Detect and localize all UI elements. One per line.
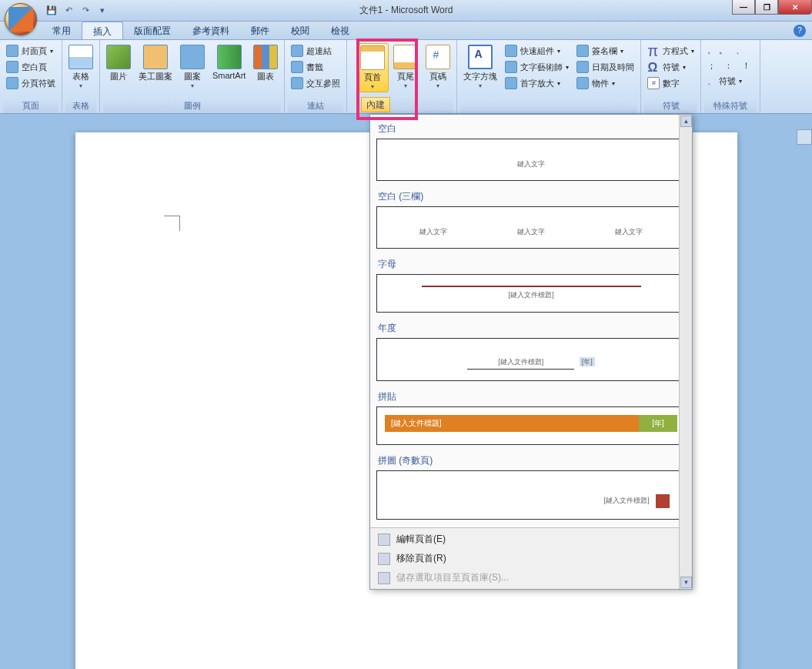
chart-label: 圖表	[257, 71, 274, 82]
signature-button[interactable]: 簽名欄▾	[573, 43, 637, 59]
ribbon-tabs: 常用 插入 版面配置 參考資料 郵件 校閱 檢視 ?	[0, 22, 812, 40]
save-gallery-button: 儲存選取項目至頁首庫(S)...	[370, 568, 692, 587]
edit-icon	[378, 534, 390, 546]
gallery-scroll-area[interactable]: 空白 鍵入文字 空白 (三欄) 鍵入文字 鍵入文字 鍵入文字 字母 [鍵入文件標…	[370, 115, 692, 527]
group-tables-label: 表格	[65, 99, 96, 113]
hyperlink-button[interactable]: 超連結	[288, 43, 335, 59]
clipart-button[interactable]: 美工圖案	[135, 43, 175, 84]
redo-icon[interactable]: ↷	[79, 4, 92, 18]
group-pages-label: 頁面	[3, 99, 58, 113]
bookmark-label: 書籤	[306, 62, 323, 73]
crossref-label: 交互參照	[306, 78, 340, 89]
header-button[interactable]: 頁首▾	[356, 43, 389, 92]
quickparts-button[interactable]: 快速組件▾	[502, 43, 572, 59]
gallery-section-year: 年度	[376, 317, 686, 338]
crossref-button[interactable]: 交互參照	[288, 75, 343, 91]
puzzle-title: [鍵入文件標題]	[603, 497, 649, 504]
office-button[interactable]	[5, 3, 37, 35]
shapes-button[interactable]: 圖案▾	[177, 43, 208, 91]
group-headerfooter: 頁首▾ 頁尾▾ 頁碼▾ 內建	[347, 40, 457, 113]
window-controls: — ❐ ✕	[732, 0, 812, 15]
side-toolbar-icon[interactable]	[797, 129, 812, 145]
gallery-item-blank3[interactable]: 鍵入文字 鍵入文字 鍵入文字	[376, 206, 686, 249]
ribbon: 封面頁▾ 空白頁 分頁符號 頁面 表格▾ 表格 圖片 美工圖案 圖案▾ Smar…	[0, 40, 812, 114]
group-tables: 表格▾ 表格	[62, 40, 100, 113]
gallery-section-puzzle: 拼圖 (奇數頁)	[376, 450, 686, 470]
dropcap-label: 首字放大	[520, 78, 554, 89]
symbol-button[interactable]: Ω符號▾	[644, 59, 689, 75]
table-label: 表格	[72, 71, 89, 82]
gallery-item-puzzle[interactable]: [鍵入文件標題]	[376, 470, 686, 520]
builtin-section-label: 內建	[361, 97, 390, 112]
tab-references[interactable]: 參考資料	[182, 22, 240, 39]
sym-more-label: 符號	[719, 75, 736, 87]
signature-label: 簽名欄	[592, 45, 617, 57]
group-special-label: 特殊符號	[704, 99, 756, 113]
save-icon[interactable]: 💾	[45, 4, 58, 18]
bookmark-button[interactable]: 書籤	[288, 59, 326, 75]
maximize-button[interactable]: ❐	[755, 0, 778, 15]
puzzle-badge	[656, 494, 670, 508]
dropcap-button[interactable]: 首字放大▾	[502, 75, 572, 91]
wordart-label: 文字藝術師	[520, 62, 563, 73]
gallery-section-alpha: 字母	[376, 253, 686, 274]
minimize-button[interactable]: —	[732, 0, 755, 15]
number-button[interactable]: #數字	[644, 75, 683, 91]
tab-view[interactable]: 檢視	[320, 22, 360, 39]
window-title: 文件1 - Microsoft Word	[359, 4, 453, 17]
textbox-button[interactable]: 文字方塊▾	[460, 43, 500, 91]
sym-more-button[interactable]: 、符號▾	[704, 74, 745, 89]
sym-row1[interactable]: , 。 、	[704, 43, 750, 58]
help-icon[interactable]: ?	[794, 25, 806, 37]
object-button[interactable]: 物件▾	[573, 75, 637, 91]
tab-layout[interactable]: 版面配置	[123, 22, 182, 39]
blank-page-button[interactable]: 空白頁	[3, 59, 50, 75]
tile-title: [鍵入文件標題]	[385, 415, 639, 432]
gallery-item-tile[interactable]: [鍵入文件標題] [年]	[376, 406, 686, 445]
tab-home[interactable]: 常用	[42, 22, 82, 39]
scroll-up-icon[interactable]: ▲	[680, 115, 692, 127]
quickparts-label: 快速組件	[520, 45, 554, 57]
smartart-label: SmartArt	[212, 71, 246, 80]
group-special-symbols: , 。 、 ； ： ！ 、符號▾ 特殊符號	[701, 40, 760, 113]
placeholder-text: 鍵入文字	[517, 160, 545, 168]
tab-review[interactable]: 校閱	[280, 22, 320, 39]
footer-button[interactable]: 頁尾▾	[390, 43, 421, 91]
pagenum-button[interactable]: 頁碼▾	[423, 43, 453, 91]
tile-year: [年]	[639, 415, 677, 432]
gallery-item-year[interactable]: [鍵入文件標題] [年]	[376, 338, 686, 381]
cover-page-label: 封面頁	[22, 45, 47, 57]
undo-icon[interactable]: ↶	[62, 4, 75, 18]
gallery-item-blank[interactable]: 鍵入文字	[376, 139, 686, 181]
sym-row2[interactable]: ； ： ！	[704, 59, 756, 73]
header-gallery-dropdown: 空白 鍵入文字 空白 (三欄) 鍵入文字 鍵入文字 鍵入文字 字母 [鍵入文件標…	[369, 114, 693, 590]
tab-insert[interactable]: 插入	[82, 22, 123, 39]
close-button[interactable]: ✕	[778, 0, 812, 15]
wordart-button[interactable]: 文字藝術師▾	[502, 59, 572, 75]
gallery-scrollbar[interactable]: ▲ ▼	[679, 115, 692, 589]
chart-button[interactable]: 圖表	[250, 43, 281, 84]
gallery-section-tile: 拼貼	[376, 386, 686, 406]
number-label: 數字	[663, 78, 680, 89]
group-text: 文字方塊▾ 快速組件▾ 文字藝術師▾ 首字放大▾ 簽名欄▾ 日期及時間 物件▾	[457, 40, 641, 113]
titlebar: 💾 ↶ ↷ ▾ 文件1 - Microsoft Word — ❐ ✕	[0, 0, 812, 22]
tab-mailings[interactable]: 郵件	[240, 22, 280, 39]
group-symbols-overflow-label: 符號	[644, 99, 697, 113]
datetime-button[interactable]: 日期及時間	[573, 59, 637, 75]
page-break-button[interactable]: 分頁符號	[3, 75, 58, 91]
placeholder-text: 鍵入文字	[615, 227, 643, 237]
cover-page-button[interactable]: 封面頁▾	[3, 43, 56, 59]
smartart-button[interactable]: SmartArt	[209, 43, 249, 82]
year-suffix: [年]	[580, 357, 595, 366]
remove-header-button[interactable]: 移除頁首(R)	[370, 549, 692, 568]
scroll-down-icon[interactable]: ▼	[680, 577, 692, 588]
gallery-footer: 編輯頁首(E) 移除頁首(R) 儲存選取項目至頁首庫(S)...	[370, 527, 692, 589]
equation-button[interactable]: π方程式▾	[644, 43, 697, 59]
gallery-item-alpha[interactable]: [鍵入文件標題]	[376, 274, 686, 313]
edit-header-button[interactable]: 編輯頁首(E)	[370, 530, 692, 549]
table-button[interactable]: 表格▾	[65, 43, 96, 91]
picture-button[interactable]: 圖片	[103, 43, 134, 84]
blank-page-label: 空白頁	[22, 62, 47, 73]
shapes-label: 圖案	[184, 71, 201, 82]
qat-dropdown-icon[interactable]: ▾	[95, 4, 109, 18]
